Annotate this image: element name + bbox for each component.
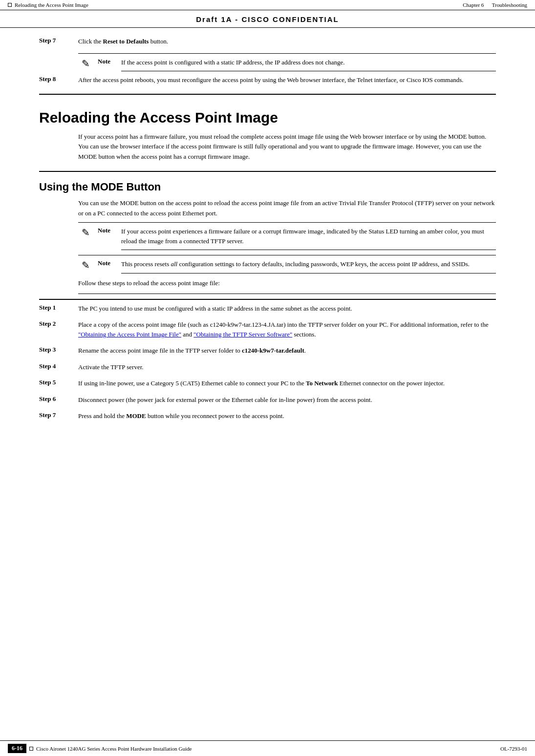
step-7-main-text: Press and hold the MODE button while you… [78, 411, 496, 421]
step-5-block: Step 5 If using in-line power, use a Cat… [39, 378, 496, 388]
note-mode1-body: If your access point experiences a firmw… [121, 227, 496, 250]
step-6-text: Disconnect power (the power jack for ext… [78, 395, 496, 405]
footer-left: 6-16 Cisco Aironet 1240AG Series Access … [8, 744, 192, 753]
header-right: Chapter 6 Troubleshooting [463, 2, 527, 8]
note-pencil-icon: ✎ [78, 58, 93, 69]
step-5-label: Step 5 [39, 378, 78, 388]
step-7-text: Click the Reset to Defaults button. [78, 37, 496, 46]
header-section-label: Reloading the Access Point Image [15, 2, 88, 8]
note-top-body: If the access point is configured with a… [121, 58, 496, 72]
header-section: Troubleshooting [492, 2, 527, 8]
note-mode2-body: This process resets all configuration se… [121, 259, 496, 273]
header-bullet [8, 3, 12, 7]
note-mode1-pencil-icon: ✎ [78, 227, 93, 238]
link-tftp-software[interactable]: "Obtaining the TFTP Server Software" [193, 331, 292, 338]
step-3-label: Step 3 [39, 346, 78, 356]
footer-guide-title: Cisco Aironet 1240AG Series Access Point… [36, 746, 192, 752]
step-4-block: Step 4 Activate the TFTP server. [39, 362, 496, 372]
follow-text: Follow these steps to reload the access … [78, 278, 496, 294]
note-mode1-label: Note [98, 227, 115, 234]
step-1-block: Step 1 The PC you intend to use must be … [39, 304, 496, 314]
header-chapter: Chapter 6 [463, 2, 484, 8]
footer-bullet [29, 747, 33, 751]
note-mode2-pencil-icon: ✎ [78, 259, 93, 271]
note-mode1: ✎ Note If your access point experiences … [78, 222, 496, 250]
step-2-label: Step 2 [39, 320, 78, 339]
step-6-block: Step 6 Disconnect power (the power jack … [39, 395, 496, 405]
step-6-label: Step 6 [39, 395, 78, 405]
step-1-text: The PC you intend to use must be configu… [78, 304, 496, 314]
step-5-text: If using in-line power, use a Category 5… [78, 378, 496, 388]
step-4-text: Activate the TFTP server. [78, 362, 496, 372]
step-1-label: Step 1 [39, 304, 78, 314]
step-7-main-block: Step 7 Press and hold the MODE button wh… [39, 411, 496, 421]
section-divider-top [39, 94, 496, 95]
step-8-text: After the access point reboots, you must… [78, 75, 496, 85]
step-3-text: Rename the access point image file in th… [78, 346, 496, 356]
link-image-file[interactable]: "Obtaining the Access Point Image File" [78, 331, 181, 338]
footer-bar: 6-16 Cisco Aironet 1240AG Series Access … [0, 740, 535, 756]
section-body: If your access point has a firmware fail… [78, 132, 496, 162]
section-heading: Reloading the Access Point Image [39, 105, 496, 126]
step-7-main-label: Step 7 [39, 411, 78, 421]
step-4-label: Step 4 [39, 362, 78, 372]
steps-top-divider [39, 299, 496, 300]
note-mode2-label: Note [98, 259, 115, 267]
step-8-label: Step 8 [39, 75, 78, 85]
note-top-label: Note [98, 58, 115, 65]
note-mode2: ✎ Note This process resets all configura… [78, 255, 496, 273]
step-3-block: Step 3 Rename the access point image fil… [39, 346, 496, 356]
step-2-text: Place a copy of the access point image f… [78, 320, 496, 339]
step-8-block: Step 8 After the access point reboots, y… [39, 75, 496, 85]
sub-heading: Using the MODE Button [39, 181, 496, 193]
draft-title: Draft 1A - CISCO CONFIDENTIAL [0, 10, 535, 28]
section-divider-mid [39, 171, 496, 172]
step-7-block: Step 7 Click the Reset to Defaults butto… [39, 37, 496, 46]
main-content: Step 7 Click the Reset to Defaults butto… [0, 37, 535, 421]
sub-body: You can use the MODE button on the acces… [78, 198, 496, 219]
header-left: Reloading the Access Point Image [8, 2, 88, 8]
step-2-block: Step 2 Place a copy of the access point … [39, 320, 496, 339]
note-top: ✎ Note If the access point is configured… [78, 53, 496, 72]
step-7-label: Step 7 [39, 37, 78, 46]
footer-right: OL-7293-01 [500, 746, 527, 752]
page-number: 6-16 [8, 744, 26, 753]
header-bar: Reloading the Access Point Image Chapter… [0, 0, 535, 10]
